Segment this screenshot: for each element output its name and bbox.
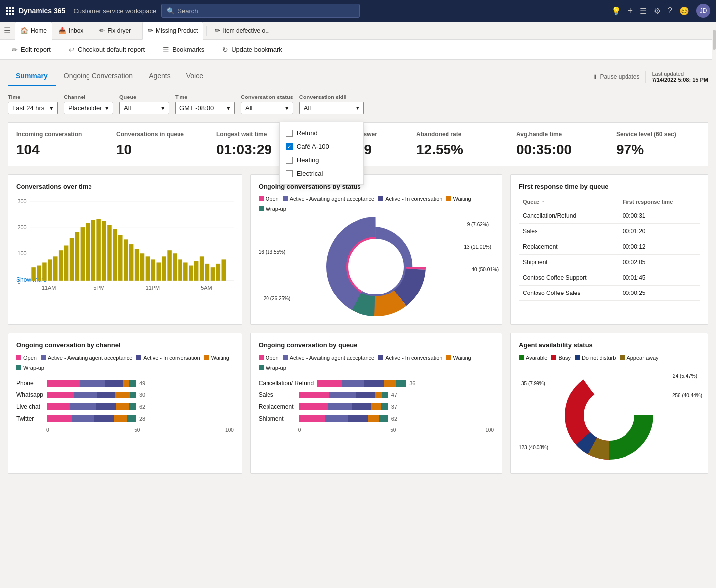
notification-icon[interactable]: 😊 (679, 6, 689, 16)
bookmarks-button[interactable]: ☰ Bookmarks (159, 44, 208, 56)
main-content: Summary Ongoing Conversation Agents Voic… (0, 60, 716, 490)
chart-title-agent-avail: Agent availability status (519, 341, 700, 349)
checkout-icon: ↩ (69, 46, 75, 54)
scrollbar-indicator[interactable] (712, 30, 716, 490)
channel-legend-in-conv: Active - In conversation (143, 355, 200, 361)
svg-rect-12 (53, 256, 57, 281)
queue-row-3: Shipment62 (259, 415, 494, 422)
queue-total-3: 62 (391, 416, 401, 422)
user-avatar[interactable]: JD (696, 4, 710, 18)
kpi-label-5: Avg.handle time (516, 131, 600, 138)
tab-agents[interactable]: Agents (141, 68, 179, 86)
svg-rect-26 (129, 244, 133, 281)
scrollbar-thumb[interactable] (713, 30, 716, 50)
add-icon[interactable]: + (628, 6, 633, 16)
queue-seg-1-1 (329, 392, 356, 398)
filter-icon[interactable]: ☰ (640, 6, 647, 16)
search-bar[interactable]: 🔍 Search (161, 4, 360, 18)
donut-svg (326, 217, 426, 316)
tab-ongoing-conversation[interactable]: Ongoing Conversation (56, 68, 141, 86)
app-grid-icon[interactable] (6, 7, 14, 15)
legend-wrapup: Wrap-up (259, 206, 286, 212)
tab-home[interactable]: 🏠 Home (15, 22, 52, 40)
svg-text:100: 100 (17, 250, 26, 256)
svg-rect-25 (124, 239, 128, 281)
skill-checkbox-electrical[interactable] (286, 170, 293, 177)
agent-label-4: 35 (7.99%) (521, 381, 545, 386)
response-queue-4: Contoso Coffee Support (519, 270, 619, 286)
skill-option-electrical[interactable]: Electrical (280, 167, 363, 180)
chart-ongoing-by-status: Ongoing conversations by status Open Act… (250, 174, 502, 325)
svg-rect-39 (200, 256, 204, 281)
queue-seg-3-0 (299, 415, 325, 422)
search-icon: 🔍 (167, 7, 175, 15)
svg-rect-28 (140, 253, 144, 281)
skill-checkbox-refund[interactable] (286, 130, 293, 137)
tab-inbox[interactable]: 📥 Inbox (53, 22, 88, 40)
skill-checkbox-cafe[interactable]: ✓ (286, 143, 293, 150)
channel-row-0: Phone49 (16, 380, 234, 387)
donut-ongoing-status: 9 (7.62%) 13 (11.01%) 40 (50.01%) 20 (26… (259, 217, 494, 316)
svg-text:11PM: 11PM (146, 285, 160, 291)
channel-seg-3-2 (94, 415, 114, 422)
response-queue-0: Cancellation/Refund (519, 208, 619, 224)
summary-tabs: Summary Ongoing Conversation Agents Voic… (8, 68, 708, 86)
tab-separator-2 (139, 26, 139, 36)
filter-channel-select[interactable]: Placeholder ▾ (64, 102, 113, 114)
queue-seg-1-0 (299, 392, 329, 398)
nav-actions: 💡 + ☰ ⚙ ? 😊 JD (611, 4, 710, 18)
filter-time-select[interactable]: Last 24 hrs ▾ (8, 102, 58, 114)
chevron-down-icon-4: ▾ (227, 104, 230, 112)
settings-icon[interactable]: ⚙ (654, 6, 661, 16)
filter-queue-select[interactable]: All ▾ (119, 102, 169, 114)
svg-rect-19 (91, 220, 95, 281)
queue-seg-0-3 (384, 380, 396, 387)
response-queue-5: Contoso Coffee Sales (519, 286, 619, 301)
update-bookmark-button[interactable]: ↻ Update bookmark (218, 44, 286, 56)
skill-checkbox-heating[interactable] (286, 157, 293, 164)
filter-conv-skill-select[interactable]: All ▾ (299, 102, 364, 114)
skill-label-electrical: Electrical (297, 170, 323, 177)
svg-rect-29 (146, 256, 150, 281)
kpi-card-4: Abandoned rate 12.55% (408, 123, 508, 166)
skill-option-heating[interactable]: Heating (280, 153, 363, 167)
tab-fix-dryer[interactable]: ✏ Fix dryer (94, 22, 136, 40)
queue-seg-0-2 (364, 380, 384, 387)
pause-updates-button[interactable]: ⏸ Pause updates (592, 73, 639, 80)
response-queue-1: Sales (519, 224, 619, 239)
channel-seg-1-3 (115, 392, 130, 398)
tab-missing-product[interactable]: ✏ Missing Product (142, 22, 203, 40)
svg-rect-41 (211, 267, 215, 281)
first-response-table: Queue ↑ First response time Cancellation… (519, 196, 700, 301)
filter-time2-select[interactable]: GMT -08:00 ▾ (175, 102, 235, 114)
home-icon: 🏠 (20, 27, 28, 34)
help-icon[interactable]: ? (668, 6, 672, 15)
response-row-5: Contoso Coffee Sales 00:00:25 (519, 286, 700, 301)
edit-report-button[interactable]: ✏ Edit report (8, 44, 55, 56)
chart-conversations-over-time: Conversations over time 300 200 100 0 (8, 174, 242, 325)
checkout-default-report-button[interactable]: ↩ Checkout default report (65, 44, 149, 56)
sort-icon[interactable]: ↑ (542, 199, 544, 205)
queue-seg-2-0 (299, 403, 328, 410)
response-time-2: 00:00:12 (619, 239, 700, 255)
chevron-down-icon-5: ▾ (285, 104, 289, 112)
queue-label-1: Sales (259, 392, 296, 398)
agent-legend-away: Appear away (626, 355, 658, 361)
col-queue[interactable]: Queue ↑ (519, 196, 619, 208)
hamburger-menu[interactable]: ☰ (4, 26, 11, 35)
first-response-table-container[interactable]: Queue ↑ First response time Cancellation… (519, 196, 700, 301)
agent-label-1: 24 (5.47%) (673, 373, 697, 379)
tab-item-defective[interactable]: ✏ Item defective o... (210, 22, 275, 40)
agent-legend-dnd: Do not disturb (582, 355, 616, 361)
skill-option-refund[interactable]: Refund (280, 126, 363, 140)
skill-option-cafe[interactable]: ✓ Café A-100 (280, 140, 363, 153)
edit-report-label: Edit report (21, 46, 51, 53)
col-first-response[interactable]: First response time (619, 196, 700, 208)
lightbulb-icon[interactable]: 💡 (611, 6, 621, 16)
tab-summary[interactable]: Summary (8, 68, 56, 86)
filter-channel-label: Channel (64, 94, 113, 100)
chart-first-response: First response time by queue Queue ↑ Fir… (510, 174, 708, 325)
filter-conv-status-select[interactable]: All ▾ (241, 102, 293, 114)
kpi-card-0: Incoming conversation 104 (8, 123, 108, 166)
tab-voice[interactable]: Voice (179, 68, 211, 86)
